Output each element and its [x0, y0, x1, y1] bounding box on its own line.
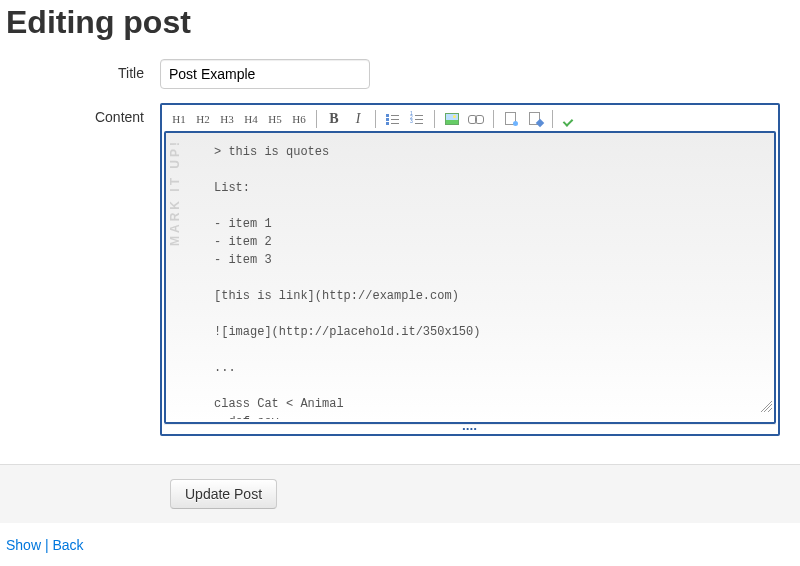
content-label: Content — [0, 103, 160, 125]
h6-button[interactable]: H6 — [288, 109, 310, 129]
image-button[interactable] — [441, 109, 463, 129]
h2-button[interactable]: H2 — [192, 109, 214, 129]
code-icon — [528, 112, 542, 126]
editor-toolbar: H1 H2 H3 H4 H5 H6 B I — [164, 107, 776, 131]
toolbar-separator — [493, 110, 494, 128]
toolbar-separator — [316, 110, 317, 128]
submit-button[interactable]: Update Post — [170, 479, 277, 509]
title-label: Title — [0, 59, 160, 81]
toolbar-separator — [552, 110, 553, 128]
h3-button[interactable]: H3 — [216, 109, 238, 129]
link-separator: | — [41, 537, 52, 553]
bottom-links: Show | Back — [0, 523, 800, 553]
title-input[interactable] — [160, 59, 370, 89]
bullet-list-icon — [386, 113, 400, 125]
editor-resize-handle[interactable]: •••• — [164, 424, 776, 432]
code-button[interactable] — [524, 109, 546, 129]
image-icon — [445, 113, 459, 125]
editor-container: H1 H2 H3 H4 H5 H6 B I — [160, 103, 780, 436]
quote-button[interactable] — [500, 109, 522, 129]
bold-button[interactable]: B — [323, 109, 345, 129]
h1-button[interactable]: H1 — [168, 109, 190, 129]
textarea-corner-resize[interactable] — [760, 400, 772, 412]
link-button[interactable] — [465, 109, 487, 129]
check-icon — [563, 112, 577, 126]
bullet-list-button[interactable] — [382, 109, 404, 129]
preview-button[interactable] — [559, 109, 581, 129]
show-link[interactable]: Show — [6, 537, 41, 553]
link-icon — [468, 115, 484, 123]
content-textarea[interactable] — [166, 133, 774, 419]
h5-button[interactable]: H5 — [264, 109, 286, 129]
back-link[interactable]: Back — [52, 537, 83, 553]
numbered-list-button[interactable] — [406, 109, 428, 129]
page-title: Editing post — [6, 4, 800, 41]
toolbar-separator — [434, 110, 435, 128]
toolbar-separator — [375, 110, 376, 128]
form-actions: Update Post — [0, 464, 800, 523]
h4-button[interactable]: H4 — [240, 109, 262, 129]
quote-icon — [504, 112, 518, 126]
editor-brand-label: MARK IT UP! — [168, 139, 182, 246]
italic-button[interactable]: I — [347, 109, 369, 129]
editor-area: MARK IT UP! — [164, 131, 776, 424]
numbered-list-icon — [410, 113, 424, 125]
